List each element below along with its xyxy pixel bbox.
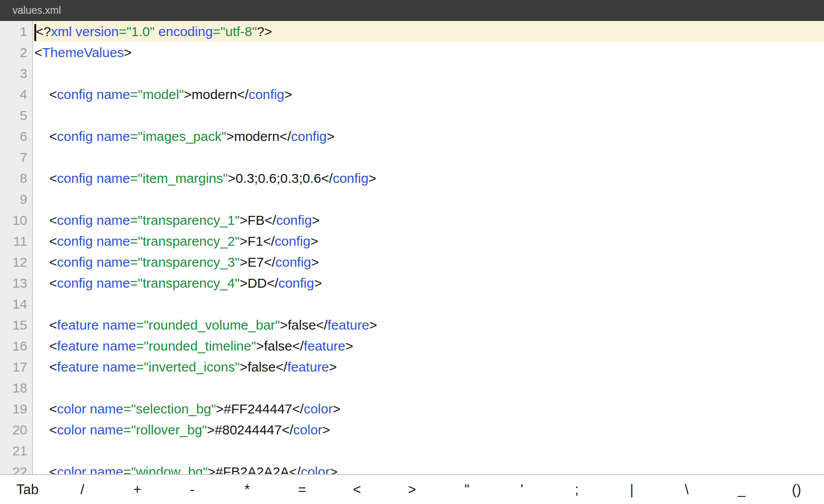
- line-number: 11: [0, 231, 33, 252]
- code-line: 15 <feature name="rounded_volume_bar">fa…: [0, 314, 824, 335]
- toolbar-key-semicolon[interactable]: ;: [549, 475, 604, 504]
- code-line: 16 <feature name="rounded_timeline">fals…: [0, 335, 824, 356]
- code-line-content[interactable]: [33, 147, 824, 168]
- code-line-content[interactable]: <feature name="inverted_icons">false</fe…: [33, 356, 824, 377]
- code-line: 19 <color name="selection_bg">#FF244447<…: [0, 398, 824, 419]
- code-line: 22 <color name="window_bg">#FB2A2A2A</co…: [0, 461, 824, 474]
- toolbar-key-single-quote[interactable]: ': [495, 475, 549, 504]
- line-number: 8: [0, 168, 33, 189]
- line-number: 4: [0, 84, 33, 105]
- code-line: 12 <config name="transparency_3">E7</con…: [0, 252, 824, 273]
- code-line: 18: [0, 377, 824, 398]
- code-line-content[interactable]: [33, 377, 824, 398]
- symbol-toolbar: Tab/+-*=<>"';|\_(): [0, 474, 824, 504]
- toolbar-key-tab[interactable]: Tab: [0, 475, 55, 504]
- code-line: 3: [0, 63, 824, 84]
- code-line-content[interactable]: <feature name="rounded_volume_bar">false…: [33, 314, 824, 335]
- toolbar-key-greater-than[interactable]: >: [384, 475, 439, 504]
- toolbar-key-slash[interactable]: /: [55, 475, 110, 504]
- code-line: 8 <config name="item_margins">0.3;0.6;0.…: [0, 168, 824, 189]
- code-area: 1<?xml version="1.0" encoding="utf-8"?>2…: [0, 21, 824, 474]
- code-line-content[interactable]: <ThemeValues>: [33, 42, 824, 63]
- line-number: 17: [0, 356, 33, 377]
- code-line-content[interactable]: <color name="window_bg">#FB2A2A2A</color…: [33, 461, 824, 474]
- line-number: 19: [0, 398, 33, 419]
- code-line: 4 <config name="model">modern</config>: [0, 84, 824, 105]
- line-number: 15: [0, 314, 33, 335]
- line-number: 2: [0, 42, 33, 63]
- line-number: 20: [0, 419, 33, 440]
- code-line: 2<ThemeValues>: [0, 42, 824, 63]
- line-number: 13: [0, 273, 33, 293]
- line-number: 22: [0, 461, 33, 474]
- code-line-content[interactable]: [33, 293, 824, 314]
- code-line: 11 <config name="transparency_2">F1</con…: [0, 231, 824, 252]
- line-number: 21: [0, 440, 33, 461]
- code-line-content[interactable]: <config name="transparency_3">E7</config…: [33, 252, 824, 273]
- code-line-content[interactable]: <config name="transparency_2">F1</config…: [33, 231, 824, 252]
- code-line: 21: [0, 440, 824, 461]
- line-number: 9: [0, 189, 33, 210]
- code-line: 7: [0, 147, 824, 168]
- code-line: 10 <config name="transparency_1">FB</con…: [0, 210, 824, 231]
- toolbar-key-backslash[interactable]: \: [659, 475, 714, 504]
- line-number: 6: [0, 126, 33, 147]
- toolbar-key-minus[interactable]: -: [165, 475, 220, 504]
- toolbar-key-pipe[interactable]: |: [604, 475, 659, 504]
- toolbar-key-asterisk[interactable]: *: [220, 475, 275, 504]
- code-line-content[interactable]: <config name="item_margins">0.3;0.6;0.3;…: [33, 168, 824, 189]
- code-line: 6 <config name="images_pack">modern</con…: [0, 126, 824, 147]
- line-number: 18: [0, 377, 33, 398]
- line-number: 10: [0, 210, 33, 231]
- title-bar: values.xml: [0, 0, 824, 21]
- toolbar-key-plus[interactable]: +: [110, 475, 165, 504]
- code-line: 17 <feature name="inverted_icons">false<…: [0, 356, 824, 377]
- open-file-name: values.xml: [12, 4, 61, 17]
- code-line-content[interactable]: <color name="selection_bg">#FF244447</co…: [33, 398, 824, 419]
- code-line-content[interactable]: [33, 63, 824, 84]
- code-line-content[interactable]: <feature name="rounded_timeline">false</…: [33, 335, 824, 356]
- line-number: 14: [0, 293, 33, 314]
- code-line: 20 <color name="rollover_bg">#80244447</…: [0, 419, 824, 440]
- line-number: 7: [0, 147, 33, 168]
- code-line-content[interactable]: <config name="transparency_4">DD</config…: [33, 273, 824, 293]
- code-line: 9: [0, 189, 824, 210]
- line-number: 5: [0, 105, 33, 126]
- code-line: 1<?xml version="1.0" encoding="utf-8"?>: [0, 21, 824, 42]
- line-number: 16: [0, 335, 33, 356]
- code-line-content[interactable]: <?xml version="1.0" encoding="utf-8"?>: [33, 21, 824, 42]
- code-line: 14: [0, 293, 824, 314]
- code-line-content[interactable]: <config name="transparency_1">FB</config…: [33, 210, 824, 231]
- code-line-content[interactable]: [33, 189, 824, 210]
- toolbar-key-parentheses[interactable]: (): [769, 475, 824, 504]
- line-number: 1: [0, 21, 33, 42]
- toolbar-key-equals[interactable]: =: [275, 475, 329, 504]
- toolbar-key-underscore[interactable]: _: [714, 475, 769, 504]
- code-line: 5: [0, 105, 824, 126]
- line-number: 12: [0, 252, 33, 273]
- toolbar-key-double-quote[interactable]: ": [440, 475, 495, 504]
- code-line-content[interactable]: <config name="images_pack">modern</confi…: [33, 126, 824, 147]
- editor-app: values.xml 1<?xml version="1.0" encoding…: [0, 0, 824, 504]
- code-line: 13 <config name="transparency_4">DD</con…: [0, 273, 824, 293]
- line-number: 3: [0, 63, 33, 84]
- code-line-content[interactable]: [33, 440, 824, 461]
- code-line-content[interactable]: <config name="model">modern</config>: [33, 84, 824, 105]
- toolbar-key-less-than[interactable]: <: [329, 475, 384, 504]
- code-line-content[interactable]: <color name="rollover_bg">#80244447</col…: [33, 419, 824, 440]
- code-line-content[interactable]: [33, 105, 824, 126]
- code-editor[interactable]: 1<?xml version="1.0" encoding="utf-8"?>2…: [0, 21, 824, 474]
